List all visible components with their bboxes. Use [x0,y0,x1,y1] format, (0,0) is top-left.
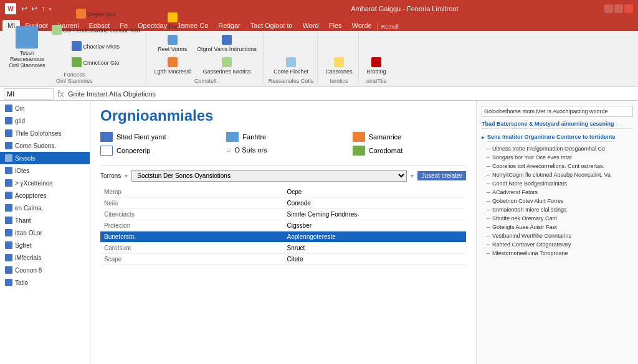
ribbon-btn-come[interactable]: Come Flochet [271,55,311,77]
ribbon-btn-brotting[interactable]: Brotting [364,55,388,77]
window-controls [604,4,633,13]
ribbon-btn-reet[interactable]: Reet Vorms [151,33,193,54]
dine-label: dine [167,24,178,30]
ribbon-btn-gasserines[interactable]: Gasserines Iurotics [194,55,259,77]
right-section-1-title: Tbad Baterspone & Mostyard aimurning ses… [482,121,633,129]
maximize-button[interactable] [614,4,623,13]
ribbon-right-label: Remoll [377,22,402,31]
tab-worde[interactable]: Worde [347,20,377,31]
sidebar-item-0[interactable]: Oin [0,102,90,114]
minimize-button[interactable] [604,4,613,13]
list-text-7: Snmaientton Iniere slal ssings [492,207,567,213]
otgrot-label: Otgrot Vanis Irstructions [197,46,257,52]
content-area: Orgnioanmiales Slted Fient yamt Conperer… [90,101,476,364]
ribbon-group-extra3-buttons: Brotting [364,34,388,77]
sidebar-item-label-10: ittab OLor [15,230,42,236]
sidebar-item-label-2: Thile Dolofonses [15,130,61,137]
dropdown-select[interactable]: Soctstun Der Sonos Oyansiotions [131,170,407,182]
list-text-10: Vestbanind Werthhe Conntarins [492,233,571,239]
right-panel-list: –Ultness Irotte Freigormattion Oosgaomha… [482,144,633,258]
table-row-0[interactable]: MempOcpe [100,187,466,198]
sidebar-item-11[interactable]: Sgfret [0,239,90,251]
brotting-icon [371,57,381,67]
sidebar-item-label-14: Tatlo [15,279,28,286]
name-box[interactable] [4,88,54,100]
sidebar-item-icon-5 [5,167,12,174]
reet-label: Reet Vorms [158,46,187,52]
table-cell-col2-6: Citete [283,254,467,265]
ribbon-btn-corfend[interactable]: Cor Fendessworte Cancot Tom [49,23,143,38]
cmnctioor-icon [72,57,82,67]
sidebar-item-1[interactable]: gtid [0,114,90,127]
sidebar-item-3[interactable]: Come Sudons. [0,139,90,152]
dropdown-select-arrow: ▾ [411,172,414,179]
table-row-3[interactable]: ProtecionCigssber [100,220,466,231]
sidebar-item-label-5: iOtes [15,167,29,174]
table-row-4[interactable]: Bunetorstn.Aoplenngotereste [100,231,466,243]
sidebar-item-7[interactable]: Acopptores [0,189,90,202]
close-button[interactable] [624,4,633,13]
sidebar-item-6[interactable]: > yXcetteinos [0,177,90,189]
ribbon-btn-lgtth[interactable]: Lgtth Mocressl [151,55,193,77]
sidebar-item-10[interactable]: ittab OLor [0,226,90,239]
right-list-item-12: –Mlestorrioneeluina Toroproane [487,249,633,258]
section-item-conpererip: Conpererip [100,146,214,156]
sidebar-item-12[interactable]: iMfecrials [0,251,90,264]
list-bullet-6: – [487,198,490,204]
section-item-samanrice: Samanrice [353,132,466,142]
sidebar-item-label-11: Sgfret [15,242,32,249]
sidebar-item-5[interactable]: iOtes [0,164,90,177]
list-bullet-12: – [487,250,490,256]
right-panel-top-title: Goloobethorse.stom Met Is Auochipacting … [482,106,633,117]
list-text-1: Songars bor Yuir Oce eves mtat [492,154,571,161]
dine-icon [168,12,178,22]
tab-fles[interactable]: Fles [324,20,347,31]
table-row-1[interactable]: NeiisCoorode [100,198,466,209]
table-row-5[interactable]: CarotsuntSnruct [100,243,466,254]
sidebar-item-4[interactable]: Srsscts [0,152,90,164]
section-item-slted: Slted Fient yamt [100,132,214,142]
list-text-8: Sttutite nek Oremary Cant [492,215,557,222]
ribbon-group-extra2: Cassrones Iurotics [319,32,359,85]
sidebar-item-label-9: Thant [15,217,31,224]
sidebar-item-label-3: Come Sudons. [15,142,56,149]
sidebar-item-8[interactable]: en Caima. [0,202,90,214]
ribbon-btn-geges[interactable]: Geges Oinl [49,7,143,22]
ribbon-btn-otgrot[interactable]: Otgrot Vanis Irstructions [194,33,259,54]
ribbon-group-buttons-1: TessnRescesanousOinl Stannoies Geges Oin… [6,7,142,70]
sidebar-item-9[interactable]: Thant [0,214,90,226]
formula-bar: fx Gmte Imstert Atta Obgietions [0,87,638,101]
ribbon-btn-tessn[interactable]: TessnRescesanousOinl Stannoies [6,24,48,70]
right-section-2-header-row: ▸ Sene Imatitor Organitrare Contorce to … [482,134,633,142]
sidebar-item-13[interactable]: Coonon 8 [0,264,90,276]
right-list-item-1: –Songars bor Yuir Oce eves mtat [487,153,633,162]
lgtth-label: Lgtth Mocressl [154,68,191,75]
dropdown-button[interactable]: Juseot creiater [417,171,466,180]
ribbon-group-extra1: Come Flochet Ressamales Cotls [265,32,318,85]
ribbon-btn-cmnctioor[interactable]: Cmnctioor Gte [49,55,143,70]
ribbon-btn-dine[interactable]: dine [151,11,193,32]
radio-icon: ○ [226,146,231,154]
ribbon-btn-choctiav[interactable]: Choctiav Mlots [49,39,143,54]
sidebar-item-2[interactable]: Thile Dolofonses [0,127,90,139]
slted-icon [100,132,113,142]
table-cell-col1-2: Citericiacts [100,209,283,220]
formula-divider: fx [57,89,64,99]
table-row-6[interactable]: ScapeCitete [100,254,466,265]
ribbon-group-comstelt: dine Reet Vorms Lgtth Mocressl Otgrot Va… [148,32,263,85]
corodomat-label: Corodomat [369,147,402,154]
right-list-item-4: –Condt Ntore Bodgecimatintats [487,179,633,188]
ribbon-btn-cassrones[interactable]: Cassrones [323,55,355,77]
list-text-6: Qobetrion Cotev Alurt Forres [492,198,564,204]
right-list-item-3: –NorryitCogm fle clotmed Aosubp Nooncati… [487,170,633,179]
tab-word[interactable]: Word [298,20,324,31]
table-cell-col2-2: Simrlei Ceming Fondnres- [283,209,467,220]
table-row-2[interactable]: CitericiactsSimrlei Ceming Fondnres- [100,209,466,220]
ribbon-group-label-1: FoncessOinl Stannoies [56,72,93,84]
sidebar-item-14[interactable]: Tatlo [0,276,90,289]
table-cell-col2-3: Cigssber [283,220,467,231]
sidebar-item-icon-13 [5,266,12,274]
list-text-4: Condt Ntore Bodgecimatintats [492,180,567,187]
ribbon-group-label-3: Ressamales Cotls [269,78,314,84]
cassrones-icon [334,57,344,67]
